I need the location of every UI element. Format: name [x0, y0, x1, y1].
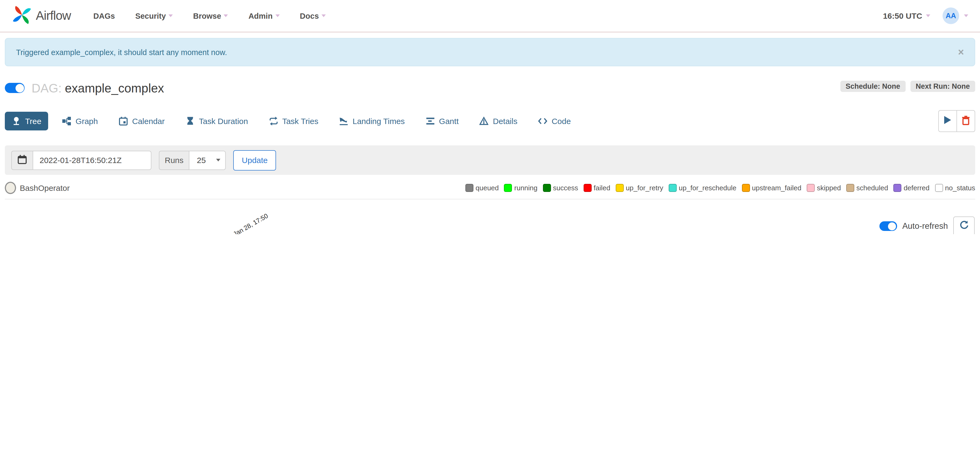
- legend-row: BashOperator queuedrunningsuccessfailedu…: [5, 182, 975, 199]
- status-label: no_status: [945, 184, 975, 192]
- status-legend-item-no-status: no_status: [935, 184, 975, 192]
- view-tabs: TreeGraphCalendarTask DurationTask Tries…: [5, 112, 578, 130]
- toggle-knob: [15, 84, 24, 92]
- status-label: deferred: [904, 184, 929, 192]
- refresh-icon: [959, 220, 969, 232]
- calendar-icon: [119, 117, 128, 125]
- nav-item-admin[interactable]: Admin: [248, 11, 280, 20]
- tab-calendar[interactable]: Calendar: [112, 112, 172, 130]
- num-runs-group: Runs 25: [159, 151, 226, 170]
- auto-refresh-toggle[interactable]: [879, 221, 897, 231]
- schedule-badge: Schedule: None: [840, 81, 905, 92]
- update-button[interactable]: Update: [233, 150, 276, 170]
- tab-task-duration[interactable]: Task Duration: [179, 112, 255, 130]
- code-icon: [538, 117, 547, 125]
- nav-right: 16:50 UTC AA: [883, 8, 968, 24]
- nav-item-docs[interactable]: Docs: [300, 11, 326, 20]
- tab-label: Landing Times: [353, 117, 405, 125]
- status-swatch: [465, 184, 473, 192]
- status-swatch: [742, 184, 750, 192]
- tab-landing-times[interactable]: Landing Times: [332, 112, 412, 130]
- tab-label: Graph: [76, 117, 98, 125]
- avatar[interactable]: AA: [943, 8, 959, 24]
- chevron-down-icon: [321, 14, 326, 17]
- nav-item-browse[interactable]: Browse: [193, 11, 228, 20]
- airflow-logo-icon: [12, 5, 32, 27]
- operator-color-circle: [5, 182, 16, 194]
- airflow-brand-link[interactable]: Airflow: [12, 5, 71, 27]
- tab-label: Task Tries: [282, 117, 318, 125]
- plane-landing-icon: [339, 117, 348, 125]
- run-date-label[interactable]: Jan 28, 17:50: [232, 212, 270, 234]
- trigger-alert: Triggered example_complex, it should sta…: [5, 38, 975, 66]
- trigger-dag-button[interactable]: [938, 110, 956, 132]
- status-label: success: [553, 184, 578, 192]
- repeat-icon: [269, 117, 278, 125]
- nav-item-label: Admin: [248, 11, 272, 20]
- nav-item-label: Security: [135, 11, 166, 20]
- graph-icon: [62, 117, 72, 125]
- tab-label: Gantt: [439, 117, 458, 125]
- airflow-app: Airflow DAGsSecurityBrowseAdminDocs 16:5…: [0, 0, 980, 234]
- dag-label: DAG:: [32, 81, 62, 95]
- nav-item-dags[interactable]: DAGs: [93, 11, 115, 20]
- status-legend-item-up-for-retry: up_for_retry: [616, 184, 663, 192]
- status-legend-item-deferred: deferred: [893, 184, 929, 192]
- tab-label: Details: [493, 117, 517, 125]
- play-icon: [944, 116, 951, 126]
- alert-close-icon[interactable]: ×: [958, 47, 964, 57]
- nav-item-label: Browse: [193, 11, 221, 20]
- run-filter-bar: Runs 25 Update: [5, 145, 975, 175]
- dag-pause-toggle[interactable]: [5, 83, 25, 93]
- tab-gantt[interactable]: Gantt: [418, 112, 465, 130]
- nav-item-label: Docs: [300, 11, 319, 20]
- tree-icon: [12, 117, 21, 125]
- base-date-group: [11, 151, 151, 170]
- tab-code[interactable]: Code: [531, 112, 578, 130]
- chevron-down-icon: [275, 14, 280, 17]
- alert-message: Triggered example_complex, it should sta…: [16, 48, 227, 56]
- status-legend-item-up-for-reschedule: up_for_reschedule: [669, 184, 737, 192]
- status-swatch: [583, 184, 591, 192]
- status-swatch: [504, 184, 512, 192]
- status-label: failed: [593, 184, 610, 192]
- navbar: Airflow DAGsSecurityBrowseAdminDocs 16:5…: [0, 0, 980, 33]
- status-label: running: [514, 184, 538, 192]
- clock-menu[interactable]: 16:50 UTC: [883, 11, 930, 20]
- chevron-down-icon: [224, 14, 228, 17]
- toggle-knob: [888, 222, 896, 230]
- chevron-down-icon: [926, 14, 930, 17]
- status-label: up_for_retry: [626, 184, 663, 192]
- runs-select[interactable]: 25: [189, 151, 226, 170]
- base-date-input[interactable]: [33, 151, 151, 170]
- tab-tree[interactable]: Tree: [5, 112, 48, 130]
- tab-details[interactable]: Details: [473, 112, 525, 130]
- status-label: up_for_reschedule: [679, 184, 737, 192]
- status-swatch: [616, 184, 624, 192]
- dag-name: example_complex: [65, 81, 164, 95]
- status-legend-item-success: success: [543, 184, 578, 192]
- tab-task-tries[interactable]: Task Tries: [262, 112, 325, 130]
- tab-graph[interactable]: Graph: [56, 112, 105, 130]
- calendar-addon: [11, 151, 33, 170]
- brand-title: Airflow: [36, 8, 71, 23]
- refresh-button[interactable]: [953, 216, 975, 234]
- runs-label: Runs: [159, 151, 189, 170]
- operator-label: BashOperator: [20, 183, 70, 192]
- delete-dag-button[interactable]: [956, 110, 975, 132]
- tab-label: Code: [552, 117, 571, 125]
- details-icon: [480, 117, 488, 125]
- status-legend-item-skipped: skipped: [807, 184, 841, 192]
- status-swatch: [543, 184, 551, 192]
- user-menu-chevron-icon[interactable]: [964, 14, 968, 17]
- dag-header: DAG:example_complex Schedule: None Next …: [5, 80, 975, 96]
- calendar-icon: [17, 154, 27, 166]
- dag-title: DAG:example_complex: [32, 80, 164, 96]
- dag-badges: Schedule: None Next Run: None: [840, 81, 975, 92]
- nav-item-security[interactable]: Security: [135, 11, 173, 20]
- auto-refresh-label: Auto-refresh: [902, 221, 948, 231]
- status-legend-item-upstream-failed: upstream_failed: [742, 184, 801, 192]
- nav-menu: DAGsSecurityBrowseAdminDocs: [93, 11, 326, 20]
- tab-label: Tree: [25, 117, 41, 125]
- status-label: scheduled: [856, 184, 888, 192]
